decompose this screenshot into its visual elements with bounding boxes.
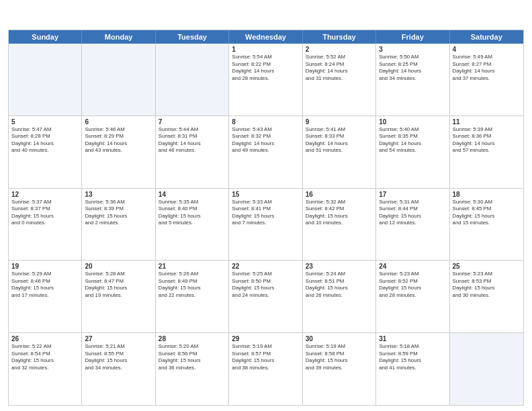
cell-info: Sunrise: 5:41 AM Sunset: 8:33 PM Dayligh… [306,126,373,154]
calendar-cell [9,44,82,116]
day-number: 30 [306,335,373,342]
cell-info: Sunrise: 5:31 AM Sunset: 8:44 PM Dayligh… [379,199,446,227]
cell-info: Sunrise: 5:35 AM Sunset: 8:40 PM Dayligh… [159,199,226,227]
cell-info: Sunrise: 5:54 AM Sunset: 8:22 PM Dayligh… [232,54,299,82]
cell-info: Sunrise: 5:44 AM Sunset: 8:31 PM Dayligh… [159,126,226,154]
calendar-row: 19Sunrise: 5:29 AM Sunset: 8:46 PM Dayli… [9,261,523,333]
cell-info: Sunrise: 5:49 AM Sunset: 8:27 PM Dayligh… [453,54,521,82]
calendar-cell: 23Sunrise: 5:24 AM Sunset: 8:51 PM Dayli… [303,261,376,332]
calendar-row: 1Sunrise: 5:54 AM Sunset: 8:22 PM Daylig… [9,44,523,116]
cell-info: Sunrise: 5:18 AM Sunset: 8:59 PM Dayligh… [379,343,446,371]
calendar-cell: 30Sunrise: 5:19 AM Sunset: 8:58 PM Dayli… [303,333,376,405]
day-number: 2 [306,46,373,53]
cell-info: Sunrise: 5:20 AM Sunset: 8:56 PM Dayligh… [159,343,226,371]
calendar-cell: 5Sunrise: 5:47 AM Sunset: 8:28 PM Daylig… [9,116,82,188]
calendar-cell [450,333,523,405]
calendar-cell: 2Sunrise: 5:52 AM Sunset: 8:24 PM Daylig… [303,44,376,116]
day-number: 17 [379,191,446,198]
calendar-cell: 25Sunrise: 5:23 AM Sunset: 8:53 PM Dayli… [450,261,523,332]
logo [8,7,28,26]
cell-info: Sunrise: 5:19 AM Sunset: 8:58 PM Dayligh… [306,343,373,371]
day-number: 13 [85,191,152,198]
day-number: 23 [306,263,373,270]
cell-info: Sunrise: 5:21 AM Sunset: 8:55 PM Dayligh… [85,343,152,371]
day-number: 28 [159,335,226,342]
cell-info: Sunrise: 5:26 AM Sunset: 8:49 PM Dayligh… [159,271,226,299]
cell-info: Sunrise: 5:22 AM Sunset: 8:54 PM Dayligh… [11,343,79,371]
calendar-cell: 24Sunrise: 5:23 AM Sunset: 8:52 PM Dayli… [376,261,449,332]
cell-info: Sunrise: 5:36 AM Sunset: 8:39 PM Dayligh… [85,199,152,227]
calendar-cell: 18Sunrise: 5:30 AM Sunset: 8:45 PM Dayli… [450,189,523,261]
day-number: 24 [379,263,446,270]
calendar-cell: 16Sunrise: 5:32 AM Sunset: 8:42 PM Dayli… [303,189,376,261]
cell-info: Sunrise: 5:30 AM Sunset: 8:45 PM Dayligh… [453,199,521,227]
day-number: 18 [453,191,521,198]
day-number: 20 [85,263,152,270]
day-number: 31 [379,335,446,342]
cell-info: Sunrise: 5:33 AM Sunset: 8:41 PM Dayligh… [232,199,299,227]
day-number: 7 [159,118,226,126]
logo-icon [8,7,27,26]
calendar-header: SundayMondayTuesdayWednesdayThursdayFrid… [9,30,523,44]
calendar-cell: 15Sunrise: 5:33 AM Sunset: 8:41 PM Dayli… [229,189,302,261]
cell-info: Sunrise: 5:46 AM Sunset: 8:29 PM Dayligh… [85,126,152,154]
weekday-header: Thursday [303,30,376,44]
weekday-header: Sunday [9,30,82,44]
calendar-cell: 4Sunrise: 5:49 AM Sunset: 8:27 PM Daylig… [450,44,523,116]
calendar-cell: 11Sunrise: 5:39 AM Sunset: 8:36 PM Dayli… [450,116,523,188]
day-number: 4 [453,46,521,53]
calendar-cell: 29Sunrise: 5:19 AM Sunset: 8:57 PM Dayli… [229,333,302,405]
calendar-cell: 13Sunrise: 5:36 AM Sunset: 8:39 PM Dayli… [82,189,155,261]
day-number: 14 [159,191,226,198]
calendar-cell: 10Sunrise: 5:40 AM Sunset: 8:35 PM Dayli… [376,116,449,188]
weekday-header: Saturday [450,30,523,44]
cell-info: Sunrise: 5:50 AM Sunset: 8:25 PM Dayligh… [379,54,446,82]
calendar-cell: 7Sunrise: 5:44 AM Sunset: 8:31 PM Daylig… [156,116,229,188]
day-number: 27 [85,335,152,342]
cell-info: Sunrise: 5:32 AM Sunset: 8:42 PM Dayligh… [306,199,373,227]
calendar-cell [82,44,155,116]
calendar-cell: 19Sunrise: 5:29 AM Sunset: 8:46 PM Dayli… [9,261,82,332]
cell-info: Sunrise: 5:39 AM Sunset: 8:36 PM Dayligh… [453,126,521,154]
cell-info: Sunrise: 5:40 AM Sunset: 8:35 PM Dayligh… [379,126,446,154]
cell-info: Sunrise: 5:47 AM Sunset: 8:28 PM Dayligh… [11,126,79,154]
calendar-cell: 14Sunrise: 5:35 AM Sunset: 8:40 PM Dayli… [156,189,229,261]
day-number: 29 [232,335,299,342]
day-number: 26 [11,335,79,342]
calendar-cell: 20Sunrise: 5:28 AM Sunset: 8:47 PM Dayli… [82,261,155,332]
calendar-cell: 26Sunrise: 5:22 AM Sunset: 8:54 PM Dayli… [9,333,82,405]
day-number: 16 [306,191,373,198]
calendar-cell: 28Sunrise: 5:20 AM Sunset: 8:56 PM Dayli… [156,333,229,405]
cell-info: Sunrise: 5:52 AM Sunset: 8:24 PM Dayligh… [306,54,373,82]
day-number: 9 [306,118,373,126]
calendar-cell: 6Sunrise: 5:46 AM Sunset: 8:29 PM Daylig… [82,116,155,188]
calendar-cell: 1Sunrise: 5:54 AM Sunset: 8:22 PM Daylig… [229,44,302,116]
day-number: 22 [232,263,299,270]
day-number: 12 [11,191,79,198]
calendar-cell: 8Sunrise: 5:43 AM Sunset: 8:32 PM Daylig… [229,116,302,188]
day-number: 11 [453,118,521,126]
calendar-cell: 9Sunrise: 5:41 AM Sunset: 8:33 PM Daylig… [303,116,376,188]
cell-info: Sunrise: 5:28 AM Sunset: 8:47 PM Dayligh… [85,271,152,299]
weekday-header: Monday [82,30,155,44]
calendar-cell: 17Sunrise: 5:31 AM Sunset: 8:44 PM Dayli… [376,189,449,261]
day-number: 21 [159,263,226,270]
page: SundayMondayTuesdayWednesdayThursdayFrid… [0,0,532,411]
weekday-header: Tuesday [156,30,229,44]
day-number: 1 [232,46,299,53]
calendar-cell: 27Sunrise: 5:21 AM Sunset: 8:55 PM Dayli… [82,333,155,405]
day-number: 25 [453,263,521,270]
calendar-body: 1Sunrise: 5:54 AM Sunset: 8:22 PM Daylig… [9,44,523,405]
cell-info: Sunrise: 5:43 AM Sunset: 8:32 PM Dayligh… [232,126,299,154]
cell-info: Sunrise: 5:23 AM Sunset: 8:53 PM Dayligh… [453,271,521,299]
calendar-cell: 22Sunrise: 5:25 AM Sunset: 8:50 PM Dayli… [229,261,302,332]
calendar-cell: 31Sunrise: 5:18 AM Sunset: 8:59 PM Dayli… [376,333,449,405]
calendar: SundayMondayTuesdayWednesdayThursdayFrid… [8,30,524,406]
cell-info: Sunrise: 5:29 AM Sunset: 8:46 PM Dayligh… [11,271,79,299]
cell-info: Sunrise: 5:23 AM Sunset: 8:52 PM Dayligh… [379,271,446,299]
calendar-cell: 3Sunrise: 5:50 AM Sunset: 8:25 PM Daylig… [376,44,449,116]
calendar-cell: 12Sunrise: 5:37 AM Sunset: 8:37 PM Dayli… [9,189,82,261]
calendar-row: 26Sunrise: 5:22 AM Sunset: 8:54 PM Dayli… [9,333,523,405]
day-number: 10 [379,118,446,126]
calendar-row: 5Sunrise: 5:47 AM Sunset: 8:28 PM Daylig… [9,116,523,189]
